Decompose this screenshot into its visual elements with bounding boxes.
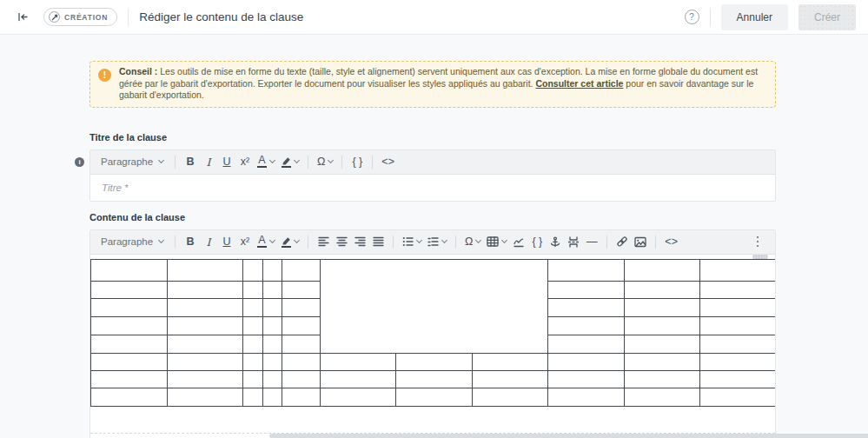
table-cell[interactable] xyxy=(625,353,700,370)
table-cell[interactable] xyxy=(263,335,282,353)
table-cell[interactable] xyxy=(700,388,775,406)
align-center-button[interactable] xyxy=(333,232,350,251)
anchor-button[interactable] xyxy=(547,232,564,251)
table-cell[interactable] xyxy=(625,281,700,298)
table-cell[interactable] xyxy=(282,370,321,388)
paragraph-style-dropdown[interactable]: Paragraphe xyxy=(96,152,169,171)
bold-button[interactable]: B xyxy=(182,152,199,171)
special-characters-button[interactable]: Ω xyxy=(462,232,483,251)
table-cell[interactable] xyxy=(625,298,700,316)
table-cell[interactable] xyxy=(91,388,168,406)
superscript-button[interactable]: x² xyxy=(236,152,254,171)
highlight-button[interactable] xyxy=(278,152,301,171)
table-cell[interactable] xyxy=(700,298,775,316)
table-cell[interactable] xyxy=(625,335,700,353)
table-cell[interactable] xyxy=(548,353,625,370)
underline-button[interactable]: U xyxy=(218,232,235,251)
table-cell[interactable] xyxy=(263,259,282,281)
signature-button[interactable] xyxy=(510,232,527,251)
table-cell[interactable] xyxy=(282,259,321,281)
italic-button[interactable]: I xyxy=(200,152,217,171)
font-color-button[interactable]: A xyxy=(255,232,277,251)
table-cell[interactable] xyxy=(321,370,396,388)
content-editable-area[interactable] xyxy=(90,255,775,433)
horizontal-line-button[interactable]: — xyxy=(583,232,600,251)
cancel-button[interactable]: Annuler xyxy=(721,4,788,30)
table-cell[interactable] xyxy=(91,316,168,335)
table-cell[interactable] xyxy=(700,353,775,370)
table-cell[interactable] xyxy=(263,370,282,388)
insert-image-button[interactable] xyxy=(632,232,649,251)
table-drag-handle[interactable] xyxy=(752,255,768,259)
table-cell[interactable] xyxy=(321,259,548,353)
table-cell[interactable] xyxy=(473,370,548,388)
table-cell[interactable] xyxy=(243,353,263,370)
table-cell[interactable] xyxy=(243,316,263,335)
table-cell[interactable] xyxy=(548,335,625,353)
table-cell[interactable] xyxy=(473,388,548,406)
justify-button[interactable] xyxy=(369,232,387,251)
underline-button[interactable]: U xyxy=(218,152,235,171)
paragraph-style-dropdown[interactable]: Paragraphe xyxy=(96,232,169,251)
table-cell[interactable] xyxy=(263,388,282,406)
table-cell[interactable] xyxy=(548,370,625,388)
table-cell[interactable] xyxy=(168,370,243,388)
table-cell[interactable] xyxy=(548,281,625,298)
help-icon[interactable]: ? xyxy=(685,10,699,24)
table-cell[interactable] xyxy=(91,335,168,353)
table-cell[interactable] xyxy=(625,259,700,281)
table-cell[interactable] xyxy=(548,388,625,406)
table-cell[interactable] xyxy=(700,259,775,281)
table-cell[interactable] xyxy=(263,281,282,298)
table-cell[interactable] xyxy=(91,281,168,298)
link-button[interactable] xyxy=(613,232,631,251)
table-cell[interactable] xyxy=(700,281,775,298)
table-cell[interactable] xyxy=(700,316,775,335)
insert-table-button[interactable] xyxy=(484,232,509,251)
table-cell[interactable] xyxy=(282,281,321,298)
table-cell[interactable] xyxy=(282,335,321,353)
highlight-button[interactable] xyxy=(278,232,301,251)
table-cell[interactable] xyxy=(396,353,473,370)
table-cell[interactable] xyxy=(91,259,168,281)
more-options-icon[interactable] xyxy=(749,232,766,251)
table-cell[interactable] xyxy=(396,388,473,406)
table-cell[interactable] xyxy=(282,316,321,335)
variable-button[interactable]: { } xyxy=(348,152,366,171)
table-cell[interactable] xyxy=(700,335,775,353)
table-cell[interactable] xyxy=(243,281,263,298)
special-characters-button[interactable]: Ω xyxy=(315,152,335,171)
page-break-button[interactable] xyxy=(565,232,582,251)
bold-button[interactable]: B xyxy=(182,232,199,251)
table-cell[interactable] xyxy=(168,298,243,316)
align-left-button[interactable] xyxy=(315,232,332,251)
table-cell[interactable] xyxy=(282,388,321,406)
variable-button[interactable]: { } xyxy=(528,232,546,251)
table-cell[interactable] xyxy=(168,353,243,370)
article-link[interactable]: Consulter cet article xyxy=(535,78,623,89)
table-cell[interactable] xyxy=(168,388,243,406)
table-cell[interactable] xyxy=(321,388,396,406)
table-cell[interactable] xyxy=(91,370,168,388)
table-cell[interactable] xyxy=(168,281,243,298)
table-cell[interactable] xyxy=(243,335,263,353)
table-cell[interactable] xyxy=(91,298,168,316)
horizontal-scrollbar[interactable] xyxy=(269,434,868,438)
table-cell[interactable] xyxy=(625,370,700,388)
create-button[interactable]: Créer xyxy=(798,4,856,30)
table-cell[interactable] xyxy=(548,298,625,316)
table-cell[interactable] xyxy=(168,335,243,353)
table-cell[interactable] xyxy=(243,259,263,281)
table-cell[interactable] xyxy=(91,353,168,370)
font-color-button[interactable]: A xyxy=(255,152,277,171)
table-cell[interactable] xyxy=(473,353,548,370)
table-cell[interactable] xyxy=(263,353,282,370)
table-cell[interactable] xyxy=(396,370,473,388)
align-right-button[interactable] xyxy=(351,232,368,251)
italic-button[interactable]: I xyxy=(200,232,217,251)
collapse-panel-icon[interactable] xyxy=(12,7,33,28)
table-cell[interactable] xyxy=(548,316,625,335)
superscript-button[interactable]: x² xyxy=(236,232,254,251)
table-cell[interactable] xyxy=(168,259,243,281)
source-code-button[interactable]: <> xyxy=(379,152,397,171)
